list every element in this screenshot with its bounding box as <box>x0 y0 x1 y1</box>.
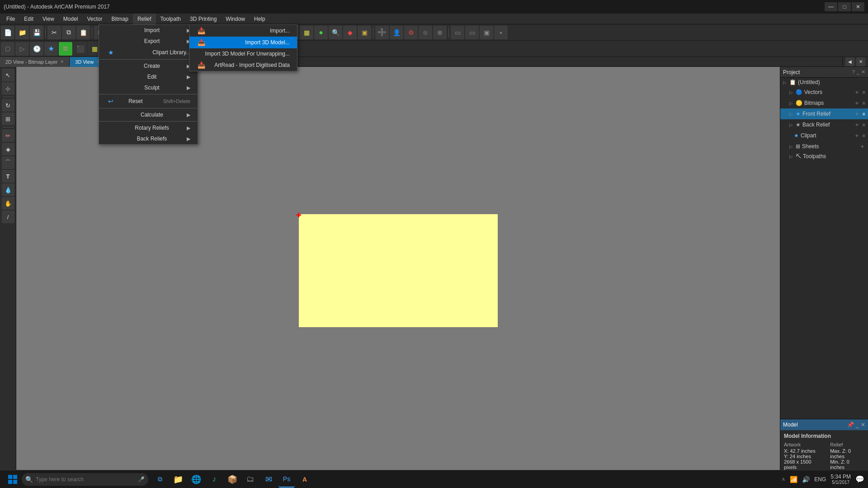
more-front-relief-btn[interactable]: ≡ <box>863 111 865 117</box>
menu-toolpath[interactable]: Toolpath <box>156 14 185 24</box>
tb-relief-gold[interactable]: ▣ <box>358 26 371 39</box>
relief-import[interactable]: Import ▶ <box>99 25 198 36</box>
tb-frame4[interactable]: ▪ <box>494 26 508 39</box>
taskbar-task-view[interactable]: ⧉ <box>152 471 168 488</box>
relief-calculate[interactable]: Calculate ▶ <box>99 109 198 120</box>
taskbar-search[interactable]: 🔍 🎤 <box>22 473 148 486</box>
notification-btn[interactable]: 💬 <box>855 475 864 483</box>
close-button[interactable]: ✕ <box>852 2 864 11</box>
relief-clipart-library[interactable]: ★ Clipart Library... <box>99 47 198 58</box>
tree-vectors[interactable]: ▷ 🔵 Vectors ＋ ≡ <box>780 87 868 98</box>
tree-bitmaps[interactable]: ▷ 🟡 Bitmaps ＋ ≡ <box>780 98 868 108</box>
menu-window[interactable]: Window <box>221 14 250 24</box>
lt-node[interactable]: ⊹ <box>2 82 14 95</box>
taskbar-artcam[interactable]: A <box>297 471 313 488</box>
tree-back-relief[interactable]: ▷ ★ Back Relief ＋ ≡ <box>780 119 868 130</box>
taskbar-app6[interactable]: 🗂 <box>242 471 259 488</box>
tb-relief-red[interactable]: ◆ <box>343 26 357 39</box>
tb2-star-blue[interactable]: ★ <box>44 42 58 56</box>
tree-untitled[interactable]: ▷ 📋 (Untitled) <box>780 78 868 87</box>
taskbar-app5[interactable]: 📦 <box>224 471 241 488</box>
start-button[interactable] <box>4 470 22 488</box>
tb2-layer-red[interactable]: ⬛ <box>73 42 87 56</box>
project-minimize[interactable]: _ <box>857 69 859 75</box>
panel-collapse[interactable]: ◀ <box>845 57 854 66</box>
menu-help[interactable]: Help <box>250 14 270 24</box>
tree-sheets[interactable]: ▷ ⊞ Sheets ＋ <box>780 141 868 152</box>
tb-cut[interactable]: ✂ <box>47 26 61 39</box>
project-close[interactable]: ✕ <box>861 69 865 75</box>
lt-rotate[interactable]: ↻ <box>2 99 14 112</box>
lt-curve[interactable]: ⌒ <box>2 156 14 169</box>
tree-toolpaths[interactable]: ▷ ⛏ Toolpaths <box>780 152 868 161</box>
tb-add-relief[interactable]: ➕ <box>375 26 389 39</box>
lt-pen[interactable]: ✏ <box>2 129 14 142</box>
tb-gear2[interactable]: ⊕ <box>419 26 432 39</box>
tb-sculpt[interactable]: 👤 <box>390 26 403 39</box>
model-minimize[interactable]: _ <box>856 422 859 428</box>
model-close[interactable]: ✕ <box>861 422 865 428</box>
add-sheets-btn[interactable]: ＋ <box>859 142 865 150</box>
menu-vector[interactable]: Vector <box>83 14 107 24</box>
more-vectors-btn[interactable]: ≡ <box>863 89 865 95</box>
taskbar-explorer[interactable]: 📁 <box>170 471 186 488</box>
clock[interactable]: 5:34 PM 5/1/2017 <box>830 474 851 485</box>
menu-relief[interactable]: Relief <box>133 14 156 24</box>
lt-text[interactable]: T <box>2 170 14 183</box>
tab-2d-close[interactable]: ✕ <box>60 59 64 64</box>
tb-frame3[interactable]: ▣ <box>480 26 493 39</box>
search-input[interactable] <box>36 476 135 483</box>
tray-language[interactable]: ENG <box>814 476 826 483</box>
tb-gear3[interactable]: ⊗ <box>433 26 447 39</box>
add-vectors-btn[interactable]: ＋ <box>854 88 860 96</box>
tab-2d-bitmap[interactable]: 2D View - Bitmap Layer ✕ <box>0 57 70 67</box>
taskbar-chrome[interactable]: 🌐 <box>188 471 204 488</box>
add-bitmaps-btn[interactable]: ＋ <box>854 99 860 107</box>
taskbar-ps[interactable]: Ps <box>278 471 295 488</box>
import-3d-model[interactable]: 📥 Import 3D Model... <box>189 37 297 48</box>
lt-hand[interactable]: ✋ <box>2 197 14 210</box>
add-clipart-btn[interactable]: ＋ <box>854 131 860 140</box>
menu-model[interactable]: Model <box>59 14 83 24</box>
tb-open[interactable]: 📁 <box>15 26 29 39</box>
relief-sculpt[interactable]: Sculpt ▶ <box>99 82 198 93</box>
lt-sculpt[interactable]: ◈ <box>2 143 14 155</box>
tb2-btn2[interactable]: ▷ <box>15 42 29 56</box>
import-item[interactable]: 📥 Import... <box>189 25 297 37</box>
add-front-relief-btn[interactable]: ＋ <box>854 110 860 118</box>
menu-file[interactable]: File <box>2 14 19 24</box>
maximize-button[interactable]: □ <box>838 2 851 11</box>
add-back-relief-btn[interactable]: ＋ <box>854 121 860 129</box>
more-back-relief-btn[interactable]: ≡ <box>863 122 865 127</box>
tray-volume[interactable]: 🔊 <box>802 476 810 483</box>
taskbar-spotify[interactable]: ♪ <box>206 471 222 488</box>
lt-grid[interactable]: ⊞ <box>2 113 14 125</box>
tb-new[interactable]: 📄 <box>1 26 14 39</box>
tree-front-relief[interactable]: ▷ ★ Front Relief ＋ ≡ <box>780 108 868 119</box>
relief-export[interactable]: Export ▶ <box>99 36 198 47</box>
menu-bitmap[interactable]: Bitmap <box>107 14 133 24</box>
tree-clipart[interactable]: ★ Clipart ＋ ≡ <box>780 130 868 141</box>
model-pin[interactable]: 📌 <box>847 422 854 428</box>
more-bitmaps-btn[interactable]: ≡ <box>863 100 865 106</box>
panel-close[interactable]: ✕ <box>856 57 865 66</box>
relief-rotary-reliefs[interactable]: Rotary Reliefs ▶ <box>99 122 198 133</box>
project-help[interactable]: ? <box>852 69 855 75</box>
lt-select[interactable]: ↖ <box>2 69 14 81</box>
import-3d-unwrap[interactable]: Import 3D Model For Unwrapping... <box>189 48 297 59</box>
tb2-clock[interactable]: 🕐 <box>30 42 43 56</box>
menu-3dprinting[interactable]: 3D Printing <box>185 14 221 24</box>
tb-frame2[interactable]: ▭ <box>465 26 479 39</box>
tb-paste[interactable]: 📋 <box>76 26 90 39</box>
tb-yellow-box[interactable]: ▦ <box>300 26 313 39</box>
tb2-layers[interactable]: ⧉ <box>59 42 72 56</box>
tb-copy[interactable]: ⧉ <box>62 26 75 39</box>
minimize-button[interactable]: — <box>825 2 837 11</box>
tb-green-circle[interactable]: ● <box>314 26 328 39</box>
lt-line[interactable]: / <box>2 211 14 223</box>
menu-edit[interactable]: Edit <box>19 14 38 24</box>
relief-create[interactable]: Create ▶ <box>99 61 198 71</box>
relief-back-reliefs[interactable]: Back Reliefs ▶ <box>99 133 198 144</box>
tb2-btn1[interactable]: ⬡ <box>1 42 14 56</box>
menu-view[interactable]: View <box>38 14 59 24</box>
